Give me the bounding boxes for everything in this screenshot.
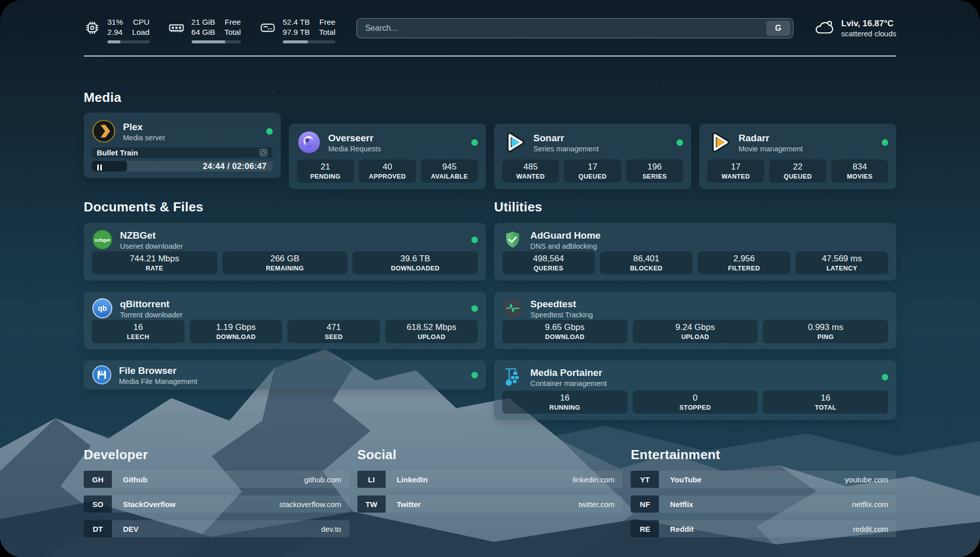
pause-button[interactable] (97, 164, 102, 171)
app-subtitle: Usenet downloader (120, 242, 183, 250)
link-name: YouTube (670, 475, 701, 484)
stat-box: 471SEED (287, 320, 380, 343)
qbittorrent-icon: qb (92, 298, 113, 319)
app-card-overseerr[interactable]: Overseerr Media Requests 21PENDING 40APP… (289, 124, 486, 189)
stat-box: 618.52 MbpsUPLOAD (385, 320, 478, 343)
link-abbr: YT (631, 471, 659, 488)
weather-widget: Lviv, 16.87°C scattered clouds (813, 18, 896, 38)
app-card-portainer[interactable]: Media Portainer Container management 16R… (494, 360, 896, 420)
link-linkedin[interactable]: LI LinkedIn linkedin.com (357, 471, 623, 488)
app-card-radarr[interactable]: Radarr Movie management 17WANTED 22QUEUE… (699, 124, 896, 189)
app-card-filebrowser[interactable]: File Browser Media File Management (84, 360, 486, 389)
link-abbr: SO (84, 495, 112, 513)
stat-box: 22QUEUED (769, 159, 826, 183)
disk-progress-bar (283, 40, 336, 43)
link-url: youtube.com (845, 475, 888, 484)
link-abbr: NF (631, 495, 659, 513)
status-online-dot (471, 237, 478, 243)
app-card-nzbget[interactable]: nzbget NZBGet Usenet downloader 744.21 M… (84, 223, 486, 281)
section-title-documents: Documents & Files (84, 199, 486, 215)
disk-stat: 52.4 TB 97.9 TB Free Total (259, 17, 336, 43)
links-section-entertainment: Entertainment YT YouTube youtube.com NF … (631, 447, 896, 545)
link-url: netflix.com (852, 500, 888, 509)
weather-condition: scattered clouds (841, 29, 896, 38)
memory-label-top: Free (224, 17, 241, 27)
status-online-dot (882, 374, 888, 380)
app-name: NZBGet (120, 230, 183, 241)
app-card-qbittorrent[interactable]: qb qBittorrent Torrent downloader 16LEEC… (84, 292, 486, 349)
link-url: stackoverflow.com (279, 500, 341, 509)
link-stackoverflow[interactable]: SO StackOverflow stackoverflow.com (84, 495, 349, 513)
speedtest-pulse-icon (502, 298, 523, 319)
section-title-entertainment: Entertainment (631, 447, 896, 463)
status-online-dot (471, 139, 478, 146)
status-online-dot (677, 139, 683, 146)
link-youtube[interactable]: YT YouTube youtube.com (631, 471, 896, 488)
disk-label-top: Free (319, 17, 336, 27)
stat-box: 0.993 msPING (763, 320, 888, 343)
app-name: qBittorrent (120, 298, 182, 310)
stat-box: 21PENDING (297, 159, 354, 183)
link-abbr: GH (84, 471, 112, 488)
stat-box: 945AVAILABLE (421, 159, 478, 183)
stat-box: 498,564QUERIES (502, 251, 595, 274)
app-subtitle: Media server (123, 134, 165, 142)
app-card-sonarr[interactable]: Sonarr Series management 485WANTED 17QUE… (494, 124, 691, 189)
app-name: Media Portainer (530, 367, 607, 378)
app-card-plex[interactable]: Plex Media server Bullet Train (84, 113, 281, 178)
sonarr-icon (502, 130, 526, 154)
status-online-dot (266, 128, 273, 135)
stat-box: 196SERIES (626, 159, 683, 183)
link-netflix[interactable]: NF Netflix netflix.com (631, 495, 896, 513)
disk-total-value: 97.9 TB (283, 27, 310, 37)
cpu-percent: 31% (107, 17, 123, 27)
stat-box: 0STOPPED (633, 391, 758, 414)
link-reddit[interactable]: RE Reddit reddit.com (631, 520, 896, 537)
stat-box: 9.65 GbpsDOWNLOAD (502, 320, 628, 343)
stat-box: 17QUEUED (564, 159, 621, 183)
stat-box: 9.24 GbpsUPLOAD (633, 320, 758, 343)
search-bar[interactable]: G (356, 18, 793, 38)
header-divider (84, 55, 896, 57)
app-card-adguard[interactable]: AdGuard Home DNS and adblocking 498,564Q… (494, 223, 896, 281)
link-github[interactable]: GH Github github.com (84, 471, 349, 488)
section-title-utilities: Utilities (494, 199, 896, 215)
stat-box: 485WANTED (502, 159, 559, 183)
app-name: Speedtest (530, 298, 593, 310)
adguard-shield-icon (502, 229, 523, 250)
link-twitter[interactable]: TW Twitter twitter.com (357, 495, 623, 513)
link-url: twitter.com (579, 500, 615, 509)
stat-box: 16TOTAL (763, 391, 888, 414)
stat-box: 744.21 MbpsRATE (92, 251, 217, 274)
weather-location-temp: Lviv, 16.87°C (841, 18, 896, 29)
stat-box: 16LEECH (92, 320, 185, 343)
now-playing-row: Bullet Train (92, 147, 273, 158)
dashboard-screen: 31% 2.94 CPU Load (0, 0, 980, 557)
filebrowser-icon (92, 365, 112, 385)
stat-box: 16RUNNING (502, 391, 628, 414)
svg-text:qb: qb (98, 304, 107, 312)
link-name: LinkedIn (397, 475, 428, 484)
stat-box: 39.6 TBDOWNLOADED (352, 251, 478, 274)
link-url: dev.to (321, 525, 341, 533)
link-dev[interactable]: DT DEV dev.to (84, 520, 349, 537)
cpu-icon (84, 19, 101, 36)
app-subtitle: Container management (530, 379, 607, 387)
system-stats: 31% 2.94 CPU Load (84, 17, 335, 43)
hard-drive-icon (259, 19, 276, 36)
search-input[interactable] (365, 24, 766, 33)
stat-box: 40APPROVED (359, 159, 416, 183)
link-name: Reddit (670, 525, 694, 533)
app-subtitle: Media File Management (119, 377, 198, 385)
app-card-speedtest[interactable]: Speedtest Speedtest Tracking 9.65 GbpsDO… (494, 292, 896, 349)
memory-total-value: 64 GiB (192, 27, 215, 37)
link-url: reddit.com (853, 525, 888, 533)
app-name: File Browser (119, 365, 198, 376)
memory-free-value: 21 GiB (192, 17, 215, 27)
video-camera-icon (259, 148, 268, 157)
search-engine-button[interactable]: G (766, 21, 790, 36)
status-online-dot (471, 305, 478, 312)
link-abbr: DT (84, 520, 112, 537)
section-title-media: Media (84, 90, 896, 105)
stat-box: 86,401BLOCKED (600, 251, 693, 274)
